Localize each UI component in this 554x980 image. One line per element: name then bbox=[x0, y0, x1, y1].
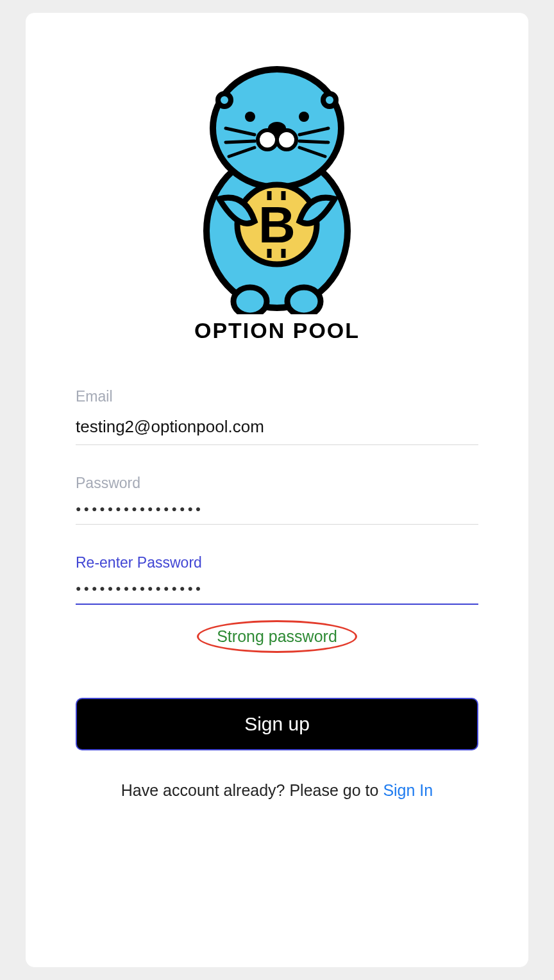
svg-point-5 bbox=[323, 94, 336, 106]
signup-card: B OPTION POOL Email Password ●●●●●●●●●●●… bbox=[26, 13, 528, 967]
svg-point-7 bbox=[299, 112, 309, 122]
password-field-wrap: Password ●●●●●●●●●●●●●●●● bbox=[76, 475, 478, 525]
password-input[interactable]: ●●●●●●●●●●●●●●●● bbox=[76, 500, 478, 525]
confirm-field-wrap: Re-enter Password ●●●●●●●●●●●●●●●● bbox=[76, 554, 478, 605]
svg-point-1 bbox=[233, 287, 267, 314]
brand-logo: B OPTION POOL bbox=[181, 64, 373, 343]
otter-logo-icon: B bbox=[181, 64, 373, 314]
brand-name: OPTION POOL bbox=[194, 318, 360, 343]
svg-text:B: B bbox=[258, 196, 296, 253]
password-strength-wrap: Strong password bbox=[76, 620, 478, 653]
confirm-input[interactable]: ●●●●●●●●●●●●●●●● bbox=[76, 579, 478, 605]
svg-point-10 bbox=[277, 130, 296, 149]
email-field-wrap: Email bbox=[76, 388, 478, 445]
email-input[interactable] bbox=[76, 413, 478, 445]
email-label: Email bbox=[76, 388, 478, 405]
confirm-label: Re-enter Password bbox=[76, 554, 478, 571]
svg-point-4 bbox=[218, 94, 231, 106]
password-strength: Strong password bbox=[197, 620, 357, 653]
svg-point-9 bbox=[258, 130, 277, 149]
signup-button[interactable]: Sign up bbox=[76, 698, 478, 750]
signin-prompt-text: Have account already? Please go to bbox=[121, 781, 383, 799]
svg-point-2 bbox=[287, 287, 321, 314]
signin-prompt: Have account already? Please go to Sign … bbox=[76, 781, 478, 800]
signin-link[interactable]: Sign In bbox=[383, 781, 433, 799]
signup-form: Email Password ●●●●●●●●●●●●●●●● Re-enter… bbox=[76, 388, 478, 800]
svg-point-6 bbox=[245, 112, 255, 122]
password-label: Password bbox=[76, 475, 478, 492]
